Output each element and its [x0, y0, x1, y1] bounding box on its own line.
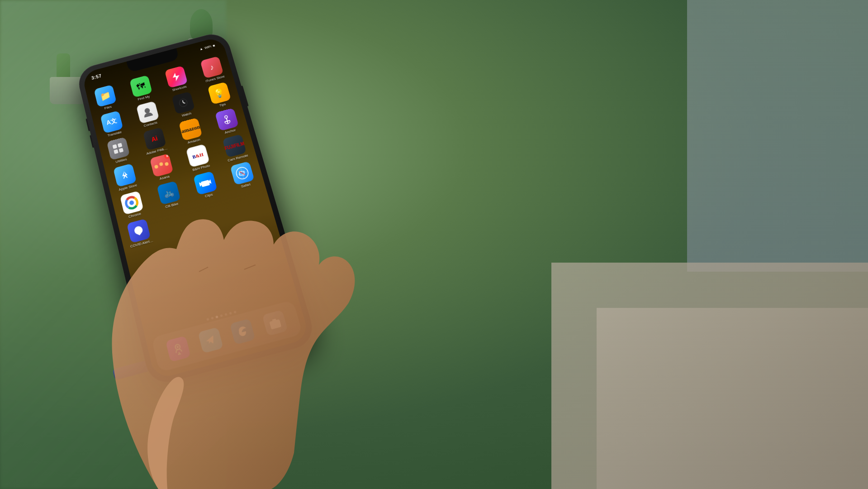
anchor-icon [215, 108, 239, 131]
files-label: Files [104, 105, 112, 110]
svg-point-4 [224, 115, 228, 118]
app-itunes[interactable]: ♪ iTunes Store [199, 56, 227, 84]
scene: 3:57 ▲ WiFi ■ 📁 Files [0, 0, 868, 489]
status-time: 3:57 [91, 73, 102, 81]
app-contacts[interactable]: Contacts [134, 101, 162, 129]
app-translate[interactable]: A文 Translate [99, 110, 126, 139]
background-table [551, 263, 868, 489]
files-icon: 📁 [94, 85, 117, 107]
itunes-icon: ♪ [200, 56, 223, 79]
status-icons: ▲ WiFi ■ [199, 43, 215, 51]
app-shortcuts[interactable]: Shortcuts [163, 65, 191, 94]
tips-label: Tips [219, 102, 226, 108]
translate-icon: A文 [100, 110, 123, 134]
shortcuts-icon [165, 66, 188, 88]
app-watch[interactable]: Watch [170, 91, 199, 120]
app-files[interactable]: 📁 Files [92, 84, 120, 113]
findmy-icon: 🗺 [129, 75, 152, 98]
wifi-icon: WiFi [204, 44, 212, 50]
signal-icon: ▲ [199, 47, 204, 51]
battery-icon: ■ [212, 43, 215, 48]
contacts-icon [136, 101, 159, 124]
background-window [687, 0, 868, 272]
app-tips[interactable]: 💡 Tips [206, 81, 234, 110]
tips-icon: 💡 [207, 82, 231, 105]
watch-face-display [176, 96, 191, 110]
app-anchor[interactable]: Anchor [213, 107, 242, 136]
app-findmy[interactable]: 🗺 Find My [128, 75, 155, 103]
watch-label: Watch [181, 112, 192, 118]
watch-icon [171, 91, 195, 114]
hand-illustration [90, 136, 452, 489]
